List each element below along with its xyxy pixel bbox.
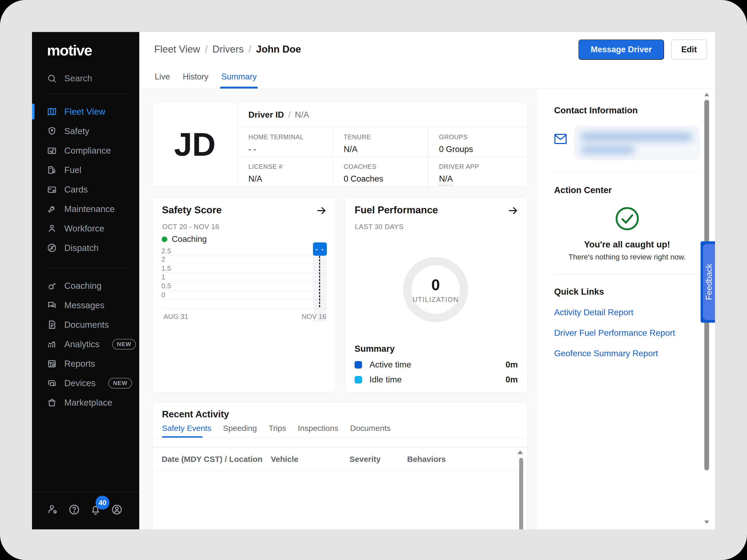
edit-button[interactable]: Edit (671, 39, 707, 60)
tab-summary[interactable]: Summary (221, 72, 257, 88)
sidebar-item-messages[interactable]: Messages (32, 295, 139, 315)
tab-speeding[interactable]: Speeding (223, 424, 257, 433)
sidebar-item-maintenance[interactable]: Maintenance (32, 199, 139, 219)
sidebar-item-dispatch[interactable]: Dispatch (32, 238, 139, 258)
breadcrumb-drivers[interactable]: Drivers (212, 44, 243, 55)
safety-score-date-range: OCT 20 - NOV 16 (162, 223, 219, 231)
feedback-tab[interactable]: Feedback (701, 241, 715, 323)
tab-live[interactable]: Live (155, 72, 170, 88)
sidebar-item-fuel[interactable]: Fuel (32, 160, 139, 180)
chat-bubbles-icon (47, 300, 57, 310)
sidebar-search[interactable]: Search (47, 73, 139, 83)
header-actions: Message Driver Edit (578, 39, 707, 60)
safety-score-arrow-link[interactable] (316, 205, 327, 217)
safety-score-card: Safety Score OCT 20 - NOV 16 Coaching 2.… (152, 197, 336, 393)
driver-page-tabs: Live History Summary (155, 72, 257, 88)
idle-time-value: 0m (506, 375, 518, 384)
tab-inspections[interactable]: Inspections (298, 424, 338, 433)
sidebar-item-safety[interactable]: Safety (32, 121, 139, 141)
fuel-performance-card: Fuel Performance LAST 30 DAYS 0 UTILIZAT… (345, 197, 528, 393)
shopping-bag-icon (47, 398, 57, 407)
y-tick: 0.5 (161, 282, 171, 290)
document-icon (47, 320, 57, 329)
breadcrumb: Fleet View / Drivers / John Doe (154, 44, 301, 55)
driver-id-separator: / (288, 110, 290, 120)
feedback-label: Feedback (704, 264, 714, 300)
driver-id-label: Driver ID (248, 110, 284, 120)
action-center-title: Action Center (554, 185, 700, 195)
analytics-chart-icon (47, 339, 57, 349)
utilization-donut-chart: 0 UTILIZATION (403, 257, 468, 322)
column-severity: Severity (350, 455, 381, 464)
tab-history[interactable]: History (183, 72, 208, 88)
profile-icon[interactable] (111, 504, 123, 516)
y-tick: 1 (161, 273, 165, 281)
sidebar-item-label: Maintenance (64, 204, 115, 214)
link-driver-fuel-performance-report[interactable]: Driver Fuel Performance Report (554, 328, 700, 338)
sidebar-item-marketplace[interactable]: Marketplace (32, 393, 139, 412)
fuel-performance-title: Fuel Performance (355, 205, 438, 216)
driver-initials-avatar: JD (152, 102, 238, 186)
feedback-tab-inner: Feedback (703, 244, 715, 320)
scrollbar-down-arrow[interactable] (704, 521, 709, 524)
admin-settings-icon[interactable] (47, 504, 59, 516)
action-center-subtext: There's nothing to review right now. (554, 253, 700, 261)
sidebar-item-label: Devices (64, 378, 96, 388)
safety-score-chart: 2.5 2 1.5 1 0.5 0 - - AUG 31 NOV 16 (161, 256, 327, 322)
help-icon[interactable] (68, 504, 80, 516)
x-tick-start: AUG 31 (163, 313, 188, 321)
sidebar-item-analytics[interactable]: Analytics NEW (32, 335, 139, 354)
credit-card-icon (47, 185, 57, 194)
person-icon (47, 223, 57, 233)
sidebar-item-workforce[interactable]: Workforce (32, 219, 139, 238)
y-tick: 2.5 (161, 247, 171, 255)
new-badge: NEW (112, 339, 136, 350)
scrollbar-up-arrow[interactable] (704, 93, 709, 96)
table-scrollbar-up-arrow[interactable] (517, 450, 523, 454)
breadcrumb-fleet-view[interactable]: Fleet View (154, 44, 200, 55)
sidebar-divider (47, 94, 126, 94)
active-time-value: 0m (506, 360, 518, 370)
sidebar-nav-primary: Fleet View Safety Compliance Fuel Cards (32, 102, 139, 258)
sidebar-item-cards[interactable]: Cards (32, 180, 139, 199)
sidebar: motive Search Fleet View Safety C (32, 32, 139, 529)
sidebar-item-devices[interactable]: Devices NEW (32, 373, 139, 393)
notifications-bell-icon[interactable]: 40 (89, 504, 101, 516)
sidebar-item-compliance[interactable]: Compliance (32, 141, 139, 160)
sidebar-item-documents[interactable]: Documents (32, 315, 139, 335)
search-icon (47, 74, 57, 83)
sidebar-item-label: Safety (64, 126, 89, 136)
new-badge: NEW (108, 378, 132, 389)
tab-safety-events[interactable]: Safety Events (162, 424, 211, 433)
sidebar-footer: 40 (32, 492, 139, 529)
email-envelope-icon (554, 134, 567, 144)
breadcrumb-current-driver: John Doe (256, 44, 301, 55)
sidebar-item-label: Compliance (64, 145, 111, 156)
table-scrollbar-thumb[interactable] (519, 458, 523, 529)
breadcrumb-separator: / (249, 44, 251, 55)
sidebar-item-coaching[interactable]: Coaching (32, 276, 139, 295)
chart-hover-dashed-line (319, 256, 320, 307)
fuel-performance-arrow-link[interactable] (507, 205, 518, 217)
breadcrumb-separator: / (205, 44, 208, 55)
idle-time-label: Idle time (369, 375, 402, 384)
tab-trips[interactable]: Trips (269, 424, 286, 433)
recent-activity-tabs: Safety Events Speeding Trips Inspections… (162, 424, 391, 433)
safety-score-legend: Coaching (162, 234, 207, 244)
driver-fields-grid: HOME TERMINAL - - TENURE N/A GROUPS 0 Gr… (238, 128, 527, 186)
sidebar-item-label: Analytics (64, 339, 100, 349)
utilization-value: 0 (431, 276, 440, 294)
sidebar-item-fleet-view[interactable]: Fleet View (32, 102, 139, 121)
utilization-label: UTILIZATION (413, 296, 459, 303)
sidebar-item-label: Reports (64, 359, 95, 369)
notification-count-badge: 40 (96, 496, 109, 510)
driver-id-value: N/A (295, 110, 309, 120)
sidebar-item-reports[interactable]: Reports (32, 354, 139, 373)
safety-score-title: Safety Score (162, 205, 222, 216)
link-geofence-summary-report[interactable]: Geofence Summary Report (554, 349, 700, 358)
quick-links-title: Quick Links (554, 287, 700, 297)
message-driver-button[interactable]: Message Driver (578, 39, 664, 60)
field-groups: GROUPS 0 Groups (428, 128, 527, 157)
tab-documents[interactable]: Documents (350, 424, 391, 433)
link-activity-detail-report[interactable]: Activity Detail Report (554, 308, 700, 317)
